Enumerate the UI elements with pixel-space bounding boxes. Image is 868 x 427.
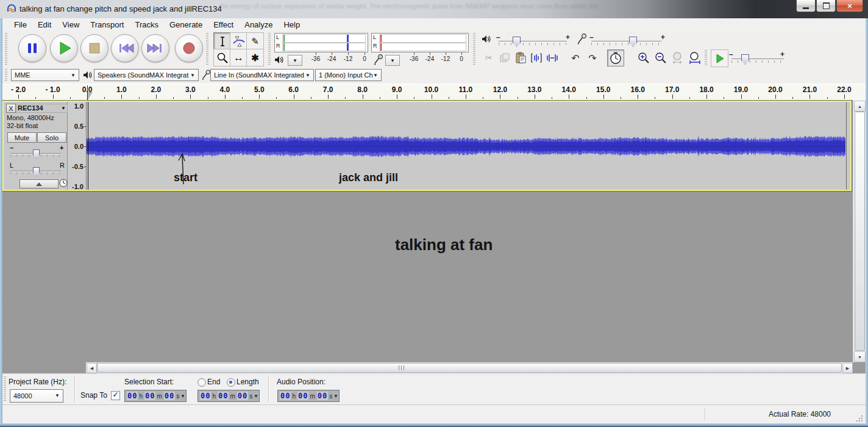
input-volume-mic-icon	[576, 33, 587, 45]
resize-grip[interactable]	[855, 414, 863, 422]
selection-length-field[interactable]: 00h00m00s▼	[197, 390, 260, 402]
scroll-left-button[interactable]: ◀	[87, 363, 97, 373]
play-speed-slider[interactable]	[731, 59, 784, 59]
menu-generate[interactable]: Generate	[164, 19, 208, 30]
transcription-toolbar-grabber[interactable]	[705, 50, 707, 66]
end-radio[interactable]	[197, 378, 206, 387]
zoom-out-button[interactable]	[652, 49, 669, 66]
ruler-label: 10.0	[424, 85, 438, 94]
window-border-bottom	[0, 423, 868, 427]
skip-to-start-button[interactable]	[111, 34, 139, 62]
snap-to-checkbox[interactable]: ✓	[111, 391, 120, 400]
input-device-select[interactable]: Line In (SoundMAX Integrated▼	[210, 69, 314, 81]
audacity-logo-icon	[6, 4, 17, 15]
maximize-button[interactable]	[816, 0, 836, 12]
titlebar-ghost-text: the energy of nuclear explosions of simi…	[219, 2, 829, 12]
silence-audio-button[interactable]	[544, 49, 561, 66]
chevron-down-icon: ▼	[254, 393, 258, 399]
menu-file[interactable]: File	[9, 19, 32, 30]
waveform[interactable]	[87, 102, 850, 190]
device-toolbar-grabber[interactable]	[5, 69, 7, 81]
horizontal-scroll-thumb[interactable]	[97, 363, 842, 373]
sync-lock-button[interactable]	[607, 49, 624, 66]
length-label: Length	[237, 378, 259, 386]
skip-to-end-button[interactable]	[141, 34, 169, 62]
horizontal-scrollbar[interactable]: ◀ ▶	[86, 362, 853, 373]
output-device-select[interactable]: Speakers (SoundMAX Integrat▼	[94, 69, 199, 81]
zoom-in-button[interactable]	[635, 49, 652, 66]
audio-position-field[interactable]: 00h00m00s▼	[277, 390, 340, 402]
mute-button[interactable]: Mute	[7, 132, 37, 143]
vruler-label: -0.5	[72, 163, 84, 170]
input-volume-slider-thumb[interactable]	[629, 37, 637, 47]
tools-toolbar-grabber[interactable]	[206, 33, 208, 65]
close-button[interactable]: ×	[836, 0, 863, 12]
gain-slider-thumb[interactable]	[33, 149, 40, 159]
stop-button[interactable]	[80, 34, 108, 62]
meter-toolbar-grabber[interactable]	[268, 33, 271, 65]
title-bar[interactable]: the energy of nuclear explosions of simi…	[0, 0, 868, 19]
cut-button[interactable]: ✂	[480, 49, 497, 66]
fit-selection-button[interactable]	[669, 49, 686, 66]
record-button[interactable]	[175, 34, 203, 62]
menu-analyze[interactable]: Analyze	[239, 19, 278, 30]
track-close-button[interactable]: X	[6, 104, 16, 113]
vertical-scroll-thumb[interactable]	[855, 112, 865, 351]
output-volume-speaker-icon	[482, 34, 491, 44]
track-vertical-ruler[interactable]: 1.00.50.0-0.5-1.0	[68, 102, 87, 190]
menu-tracks[interactable]: Tracks	[129, 19, 164, 30]
track-collapse-button[interactable]	[20, 179, 59, 188]
playback-meter-dropdown[interactable]: ▼	[288, 55, 302, 66]
recording-meter[interactable]: L R	[371, 33, 469, 52]
scroll-down-button[interactable]: ▼	[854, 351, 866, 362]
input-volume-slider[interactable]	[591, 41, 661, 41]
recording-meter-dropdown[interactable]: ▼	[385, 55, 400, 66]
selection-toolbar-grabber[interactable]	[4, 376, 6, 402]
output-volume-slider-thumb[interactable]	[513, 37, 521, 47]
input-device-mic-icon	[201, 68, 211, 82]
pan-slider-thumb[interactable]	[33, 167, 40, 176]
redo-button[interactable]: ↷	[584, 49, 601, 66]
playback-meter[interactable]: L R	[274, 33, 368, 52]
selection-tool-button[interactable]	[213, 32, 231, 50]
timeline-ruler[interactable]: - 2.0- 1.00.01.02.03.04.05.06.07.08.09.0…	[0, 84, 868, 101]
track-title-menu[interactable]: REC134▼	[16, 104, 68, 113]
menu-effect[interactable]: Effect	[208, 19, 239, 30]
vertical-scrollbar[interactable]: ▲ ▼	[853, 100, 866, 362]
track-sync-clock-icon[interactable]	[59, 179, 68, 187]
solo-button[interactable]: Solo	[37, 132, 66, 143]
zoom-tool-button[interactable]	[213, 49, 231, 66]
trim-audio-button[interactable]	[528, 49, 545, 66]
envelope-tool-button[interactable]	[230, 32, 247, 50]
play-speed-slider-thumb[interactable]	[741, 54, 749, 65]
selection-start-label: Selection Start:	[124, 378, 174, 386]
project-rate-select[interactable]: 48000▼	[10, 389, 63, 403]
fit-project-button[interactable]	[686, 49, 703, 66]
scroll-up-button[interactable]: ▲	[854, 101, 866, 112]
audio-host-select[interactable]: MME▼	[11, 69, 79, 81]
selection-start-field[interactable]: 00h00m00s▼	[124, 390, 187, 402]
output-volume-slider[interactable]	[499, 41, 567, 41]
menu-view[interactable]: View	[57, 19, 85, 30]
paste-button[interactable]	[512, 49, 529, 66]
ruler-label: 8.0	[357, 85, 368, 94]
minimize-button[interactable]	[796, 0, 816, 12]
undo-button[interactable]: ↶	[567, 49, 584, 66]
time-shift-tool-button[interactable]: ↔	[230, 49, 247, 66]
copy-button[interactable]	[496, 49, 513, 66]
play-at-speed-button[interactable]	[711, 49, 728, 67]
pause-button[interactable]	[18, 34, 46, 62]
length-radio[interactable]	[227, 378, 235, 387]
draw-tool-button[interactable]: ✎	[246, 32, 264, 50]
transport-toolbar-grabber[interactable]	[5, 33, 7, 65]
waveform-area[interactable]: start jack and jill	[87, 102, 850, 190]
mixer-toolbar-grabber[interactable]	[473, 33, 475, 65]
multi-tool-tool-button[interactable]: ✱	[246, 49, 264, 66]
menu-edit[interactable]: Edit	[32, 19, 57, 30]
input-channels-select[interactable]: 1 (Mono) Input Ch▼	[315, 69, 382, 81]
menu-help[interactable]: Help	[278, 19, 305, 30]
clip-end-line	[846, 102, 847, 190]
menu-transport[interactable]: Transport	[85, 19, 129, 30]
play-button[interactable]	[50, 34, 78, 62]
scroll-right-button[interactable]: ▶	[842, 363, 853, 373]
